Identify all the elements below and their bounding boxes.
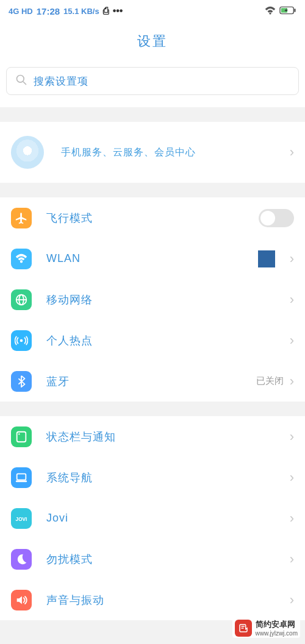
row-wlan[interactable]: WLAN ›: [0, 238, 305, 279]
row-label: 勿扰模式: [46, 552, 290, 567]
wlan-icon: [11, 249, 32, 269]
search-placeholder: 搜索设置项: [34, 74, 88, 88]
row-label: 系统导航: [46, 470, 290, 485]
row-sysnav[interactable]: 系统导航 ›: [0, 457, 305, 498]
row-value: 已关闭: [256, 375, 284, 387]
row-airplane[interactable]: 飞行模式: [0, 197, 305, 238]
search-container: 搜索设置项: [0, 61, 305, 107]
row-label: 状态栏与通知: [46, 430, 290, 444]
avatar: [11, 136, 44, 169]
sound-icon: [11, 590, 32, 610]
airplane-toggle[interactable]: [259, 209, 294, 227]
search-input[interactable]: 搜索设置项: [6, 67, 299, 95]
row-label: Jovi: [46, 512, 290, 525]
chevron-right-icon: ›: [290, 429, 294, 445]
row-mobilenet[interactable]: 移动网络 ›: [0, 279, 305, 320]
airplane-icon: [11, 208, 32, 228]
group-system: 状态栏与通知 › 系统导航 › JOVI Jovi › 勿扰模式 › 声音与振动…: [0, 416, 305, 620]
row-label: 飞行模式: [46, 211, 259, 225]
chevron-right-icon: ›: [290, 592, 294, 608]
watermark-title: 简约安卓网: [256, 619, 298, 630]
chevron-right-icon: ›: [290, 373, 294, 389]
watermark: 简约安卓网 www.jylzwj.com: [232, 618, 300, 638]
svg-point-10: [18, 433, 20, 434]
hotspot-icon: [11, 330, 32, 351]
status-network: 4G HD: [9, 7, 33, 16]
chevron-right-icon: ›: [290, 333, 294, 349]
globe-icon: [11, 289, 32, 310]
status-icon: [11, 426, 32, 447]
svg-text:JOVI: JOVI: [16, 516, 27, 522]
account-label: 手机服务、云服务、会员中心: [61, 146, 290, 159]
wifi-icon: [265, 6, 276, 16]
wlan-value-redacted: [258, 250, 275, 267]
chevron-right-icon: ›: [290, 144, 294, 160]
row-sound[interactable]: 声音与振动 ›: [0, 579, 305, 620]
status-right: [265, 6, 296, 16]
watermark-text: 简约安卓网 www.jylzwj.com: [256, 619, 298, 637]
svg-point-8: [20, 339, 23, 342]
row-label: 移动网络: [46, 292, 290, 307]
chevron-right-icon: ›: [290, 292, 294, 308]
more-icon: •••: [113, 5, 123, 16]
svg-rect-11: [17, 473, 26, 479]
svg-point-3: [17, 76, 24, 83]
group-connectivity: 飞行模式 WLAN › 移动网络 › 个人热点 › 蓝牙 已关闭 ›: [0, 197, 305, 402]
chevron-right-icon: ›: [290, 470, 294, 486]
row-jovi[interactable]: JOVI Jovi ›: [0, 498, 305, 539]
row-statusbar-notify[interactable]: 状态栏与通知 ›: [0, 416, 305, 457]
chevron-right-icon: ›: [290, 551, 294, 567]
status-left: 4G HD 17:28 15.1 KB/s ⎙ •••: [9, 5, 123, 16]
watermark-url: www.jylzwj.com: [256, 630, 298, 637]
row-label: 蓝牙: [46, 374, 256, 389]
row-bluetooth[interactable]: 蓝牙 已关闭 ›: [0, 361, 305, 402]
moon-icon: [11, 549, 32, 570]
battery-icon: [279, 6, 296, 16]
svg-rect-1: [294, 9, 295, 12]
svg-rect-9: [17, 431, 26, 442]
svg-line-4: [23, 82, 26, 84]
nav-icon: [11, 467, 32, 488]
search-icon: [15, 74, 27, 88]
status-time: 17:28: [37, 6, 60, 16]
chevron-right-icon: ›: [290, 511, 294, 526]
svg-rect-12: [16, 480, 27, 482]
row-hotspot[interactable]: 个人热点 ›: [0, 320, 305, 361]
row-label: 声音与振动: [46, 593, 290, 607]
status-speed: 15.1 KB/s: [63, 7, 99, 16]
page-title: 设置: [137, 32, 168, 51]
account-row[interactable]: 手机服务、云服务、会员中心 ›: [0, 122, 305, 183]
row-label: 个人热点: [46, 333, 290, 348]
bluetooth-icon: [11, 371, 32, 392]
chevron-right-icon: ›: [290, 251, 294, 267]
watermark-logo-icon: [235, 620, 252, 637]
status-bar: 4G HD 17:28 15.1 KB/s ⎙ •••: [0, 0, 305, 22]
usb-icon: ⎙: [103, 5, 109, 16]
row-label: WLAN: [46, 252, 258, 265]
jovi-icon: JOVI: [11, 508, 32, 529]
row-dnd[interactable]: 勿扰模式 ›: [0, 539, 305, 579]
title-bar: 设置: [0, 22, 305, 61]
